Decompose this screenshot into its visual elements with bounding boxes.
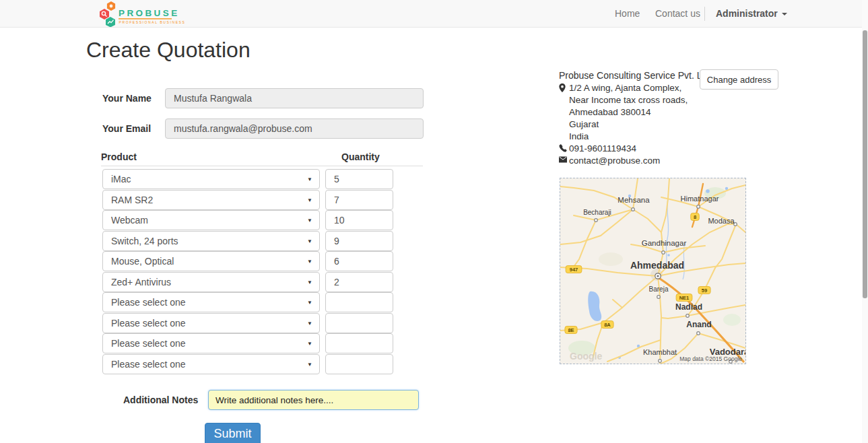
product-select[interactable]: Please select one▼: [102, 292, 320, 312]
product-select[interactable]: Please select one▼: [102, 313, 320, 333]
quantity-input[interactable]: [325, 292, 393, 312]
product-row: Please select one▼: [102, 333, 393, 353]
product-select[interactable]: Mouse, Optical▼: [102, 251, 320, 271]
svg-text:8: 8: [694, 214, 696, 220]
quantity-input[interactable]: [325, 210, 393, 230]
product-select[interactable]: Zed+ Antivirus▼: [102, 272, 320, 292]
additional-notes-input[interactable]: [208, 390, 419, 410]
nav-divider: [704, 7, 705, 21]
svg-text:8A: 8A: [604, 322, 611, 328]
quantity-input[interactable]: [325, 313, 393, 333]
map-city-label: Nadiad: [675, 302, 702, 312]
map-marker-icon: [559, 83, 566, 92]
page: PROBUSE PROFESSIONAL BUSINESS Home Conta…: [0, 0, 868, 443]
submit-button[interactable]: Submit: [205, 423, 261, 443]
quantity-input[interactable]: [325, 333, 393, 353]
phone-icon: [559, 144, 567, 152]
address-line: 1/2 A wing, Ajanta Complex,: [559, 82, 688, 94]
product-select[interactable]: Please select one▼: [102, 333, 320, 353]
product-select[interactable]: RAM SR2▼: [102, 190, 320, 210]
change-address-button[interactable]: Change address: [700, 69, 778, 90]
product-row: Mouse, Optical▼: [102, 251, 393, 271]
navbar: PROBUSE PROFESSIONAL BUSINESS Home Conta…: [0, 0, 862, 28]
chevron-down-icon: ▼: [307, 314, 312, 333]
product-row: Webcam▼: [102, 210, 393, 230]
quantity-input[interactable]: [325, 272, 393, 292]
product-row: Zed+ Antivirus▼: [102, 272, 393, 292]
svg-text:NE1: NE1: [679, 295, 690, 301]
product-select-value: Zed+ Antivirus: [111, 277, 171, 287]
product-select[interactable]: Please select one▼: [102, 354, 320, 374]
chevron-down-icon: ▼: [307, 252, 312, 271]
product-select-value: RAM SR2: [111, 195, 153, 205]
product-select-value: Please select one: [111, 338, 186, 349]
chevron-down-icon: ▼: [307, 273, 312, 292]
quantity-column-header: Quantity: [341, 151, 380, 162]
map[interactable]: 9478NE1598A8EMehsanaHimatnagarBecharajiM…: [560, 178, 746, 364]
map-city-label: Modasa: [708, 217, 735, 225]
google-watermark: Google: [570, 351, 602, 362]
company-phone: 091-9601119434: [559, 143, 688, 155]
map-city-label: Ahmedabad: [630, 260, 684, 271]
chevron-down-icon: ▼: [307, 355, 312, 374]
svg-text:947: 947: [570, 267, 578, 273]
company-name: Probuse Consulting Service Pvt. Ltd.: [559, 70, 712, 81]
product-select-value: Mouse, Optical: [111, 256, 174, 267]
product-select[interactable]: Webcam▼: [102, 210, 320, 230]
map-city-label: Anand: [686, 320, 711, 329]
map-city-label: Khambhat: [643, 348, 677, 356]
chevron-down-icon: ▼: [307, 191, 312, 210]
chevron-down-icon: ▼: [307, 232, 312, 251]
quantity-input[interactable]: [325, 354, 393, 374]
name-input[interactable]: [165, 88, 424, 108]
additional-notes-label: Additional Notes: [123, 390, 198, 410]
chevron-down-icon: ▼: [307, 293, 312, 312]
product-select-value: Switch, 24 ports: [111, 236, 178, 246]
quantity-input[interactable]: [325, 251, 393, 271]
page-title: Create Quotation: [86, 38, 251, 63]
chevron-down-icon: [782, 13, 787, 15]
product-select[interactable]: iMac▼: [102, 169, 320, 189]
quantity-input[interactable]: [325, 169, 393, 189]
map-svg: 9478NE1598A8EMehsanaHimatnagarBecharajiM…: [560, 178, 745, 364]
address-line: Ahmedabad 380014: [559, 106, 688, 118]
product-select-value: Please select one: [111, 359, 186, 370]
address-line: Gujarat: [559, 118, 688, 131]
chevron-down-icon: ▼: [307, 334, 312, 353]
company-email: contact@probuse.com: [559, 155, 688, 167]
nav-administrator-menu[interactable]: Administrator: [716, 0, 787, 28]
scrollbar-thumb[interactable]: [863, 30, 867, 298]
product-select[interactable]: Switch, 24 ports▼: [102, 231, 320, 251]
address-line: Near Income tax cross roads,: [559, 94, 688, 106]
svg-text:8E: 8E: [568, 327, 574, 333]
address-line: India: [559, 131, 688, 143]
quantity-input[interactable]: [325, 231, 393, 251]
map-attribution: Map data ©2015 Google: [679, 355, 742, 362]
product-row: RAM SR2▼: [102, 190, 393, 210]
product-select-value: Please select one: [111, 318, 186, 329]
envelope-icon: [559, 156, 567, 163]
email-input[interactable]: [165, 118, 424, 139]
quantity-input[interactable]: [325, 190, 393, 210]
product-select-value: Please select one: [111, 297, 186, 308]
nav-contact-us[interactable]: Contact us: [655, 0, 700, 28]
svg-text:PROFESSIONAL BUSINESS: PROFESSIONAL BUSINESS: [119, 20, 186, 24]
product-row: Please select one▼: [102, 292, 393, 312]
svg-text:59: 59: [702, 287, 707, 294]
name-label: Your Name: [102, 88, 152, 108]
company-address: 1/2 A wing, Ajanta Complex,Near Income t…: [559, 82, 688, 167]
product-row: Please select one▼: [102, 313, 393, 333]
product-row: iMac▼: [102, 169, 393, 189]
probuse-logo-icon: PROBUSE PROFESSIONAL BUSINESS: [98, 1, 185, 27]
map-city-label: Becharaji: [583, 209, 611, 216]
product-column-header: Product: [101, 151, 137, 162]
product-select-value: iMac: [111, 174, 131, 184]
nav-home[interactable]: Home: [615, 0, 640, 28]
product-select-value: Webcam: [111, 215, 148, 226]
product-rows: iMac▼RAM SR2▼Webcam▼Switch, 24 ports▼Mou…: [102, 169, 393, 374]
email-label: Your Email: [102, 118, 151, 139]
brand-logo[interactable]: PROBUSE PROFESSIONAL BUSINESS: [98, 1, 185, 30]
table-header-divider: [101, 166, 423, 166]
svg-text:PROBUSE: PROBUSE: [119, 8, 180, 18]
product-row: Please select one▼: [102, 354, 393, 374]
